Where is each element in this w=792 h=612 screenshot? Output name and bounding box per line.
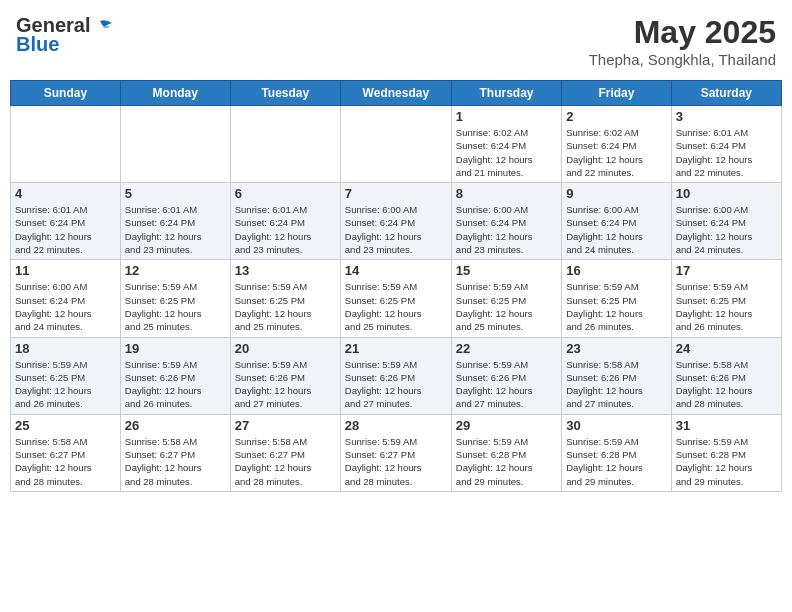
calendar-cell: 29Sunrise: 5:59 AM Sunset: 6:28 PM Dayli… (451, 414, 561, 491)
calendar-cell: 14Sunrise: 5:59 AM Sunset: 6:25 PM Dayli… (340, 260, 451, 337)
day-info: Sunrise: 6:01 AM Sunset: 6:24 PM Dayligh… (125, 203, 226, 256)
day-info: Sunrise: 6:00 AM Sunset: 6:24 PM Dayligh… (15, 280, 116, 333)
day-number: 2 (566, 109, 666, 124)
calendar-cell: 19Sunrise: 5:59 AM Sunset: 6:26 PM Dayli… (120, 337, 230, 414)
calendar-cell: 30Sunrise: 5:59 AM Sunset: 6:28 PM Dayli… (562, 414, 671, 491)
day-info: Sunrise: 6:00 AM Sunset: 6:24 PM Dayligh… (345, 203, 447, 256)
day-number: 14 (345, 263, 447, 278)
calendar-cell: 13Sunrise: 5:59 AM Sunset: 6:25 PM Dayli… (230, 260, 340, 337)
location-subtitle: Thepha, Songkhla, Thailand (589, 51, 776, 68)
day-info: Sunrise: 5:59 AM Sunset: 6:25 PM Dayligh… (125, 280, 226, 333)
calendar-cell: 21Sunrise: 5:59 AM Sunset: 6:26 PM Dayli… (340, 337, 451, 414)
day-info: Sunrise: 5:58 AM Sunset: 6:26 PM Dayligh… (676, 358, 777, 411)
day-number: 26 (125, 418, 226, 433)
day-info: Sunrise: 5:59 AM Sunset: 6:25 PM Dayligh… (566, 280, 666, 333)
day-number: 27 (235, 418, 336, 433)
calendar-cell: 1Sunrise: 6:02 AM Sunset: 6:24 PM Daylig… (451, 106, 561, 183)
logo-text-blue: Blue (16, 33, 59, 56)
day-number: 15 (456, 263, 557, 278)
calendar-cell: 31Sunrise: 5:59 AM Sunset: 6:28 PM Dayli… (671, 414, 781, 491)
day-number: 31 (676, 418, 777, 433)
logo: General Blue (16, 14, 114, 56)
day-number: 7 (345, 186, 447, 201)
day-number: 20 (235, 341, 336, 356)
calendar-week-3: 11Sunrise: 6:00 AM Sunset: 6:24 PM Dayli… (11, 260, 782, 337)
day-info: Sunrise: 5:58 AM Sunset: 6:27 PM Dayligh… (15, 435, 116, 488)
calendar-cell (230, 106, 340, 183)
day-number: 12 (125, 263, 226, 278)
day-info: Sunrise: 6:02 AM Sunset: 6:24 PM Dayligh… (566, 126, 666, 179)
day-number: 13 (235, 263, 336, 278)
day-number: 19 (125, 341, 226, 356)
day-number: 24 (676, 341, 777, 356)
calendar-table: SundayMondayTuesdayWednesdayThursdayFrid… (10, 80, 782, 492)
day-info: Sunrise: 6:00 AM Sunset: 6:24 PM Dayligh… (456, 203, 557, 256)
day-number: 4 (15, 186, 116, 201)
day-number: 6 (235, 186, 336, 201)
day-number: 10 (676, 186, 777, 201)
calendar-cell (11, 106, 121, 183)
col-header-friday: Friday (562, 81, 671, 106)
day-number: 16 (566, 263, 666, 278)
day-number: 8 (456, 186, 557, 201)
day-info: Sunrise: 5:58 AM Sunset: 6:27 PM Dayligh… (125, 435, 226, 488)
col-header-saturday: Saturday (671, 81, 781, 106)
calendar-cell: 2Sunrise: 6:02 AM Sunset: 6:24 PM Daylig… (562, 106, 671, 183)
calendar-cell: 12Sunrise: 5:59 AM Sunset: 6:25 PM Dayli… (120, 260, 230, 337)
day-number: 17 (676, 263, 777, 278)
col-header-tuesday: Tuesday (230, 81, 340, 106)
calendar-week-2: 4Sunrise: 6:01 AM Sunset: 6:24 PM Daylig… (11, 183, 782, 260)
day-info: Sunrise: 5:59 AM Sunset: 6:28 PM Dayligh… (566, 435, 666, 488)
calendar-header-row: SundayMondayTuesdayWednesdayThursdayFrid… (11, 81, 782, 106)
day-number: 18 (15, 341, 116, 356)
calendar-cell: 9Sunrise: 6:00 AM Sunset: 6:24 PM Daylig… (562, 183, 671, 260)
calendar-week-1: 1Sunrise: 6:02 AM Sunset: 6:24 PM Daylig… (11, 106, 782, 183)
calendar-week-4: 18Sunrise: 5:59 AM Sunset: 6:25 PM Dayli… (11, 337, 782, 414)
day-info: Sunrise: 5:59 AM Sunset: 6:25 PM Dayligh… (235, 280, 336, 333)
calendar-cell: 24Sunrise: 5:58 AM Sunset: 6:26 PM Dayli… (671, 337, 781, 414)
day-info: Sunrise: 6:00 AM Sunset: 6:24 PM Dayligh… (676, 203, 777, 256)
calendar-week-5: 25Sunrise: 5:58 AM Sunset: 6:27 PM Dayli… (11, 414, 782, 491)
day-info: Sunrise: 5:59 AM Sunset: 6:26 PM Dayligh… (456, 358, 557, 411)
logo-bird-icon (92, 19, 114, 33)
day-info: Sunrise: 5:59 AM Sunset: 6:26 PM Dayligh… (235, 358, 336, 411)
calendar-cell (340, 106, 451, 183)
calendar-cell: 16Sunrise: 5:59 AM Sunset: 6:25 PM Dayli… (562, 260, 671, 337)
day-number: 22 (456, 341, 557, 356)
day-number: 29 (456, 418, 557, 433)
calendar-cell: 8Sunrise: 6:00 AM Sunset: 6:24 PM Daylig… (451, 183, 561, 260)
calendar-cell: 25Sunrise: 5:58 AM Sunset: 6:27 PM Dayli… (11, 414, 121, 491)
title-section: May 2025 Thepha, Songkhla, Thailand (589, 14, 776, 68)
day-info: Sunrise: 5:59 AM Sunset: 6:27 PM Dayligh… (345, 435, 447, 488)
day-number: 30 (566, 418, 666, 433)
calendar-cell: 28Sunrise: 5:59 AM Sunset: 6:27 PM Dayli… (340, 414, 451, 491)
day-number: 3 (676, 109, 777, 124)
col-header-sunday: Sunday (11, 81, 121, 106)
day-info: Sunrise: 5:59 AM Sunset: 6:28 PM Dayligh… (456, 435, 557, 488)
calendar-cell: 27Sunrise: 5:58 AM Sunset: 6:27 PM Dayli… (230, 414, 340, 491)
day-number: 25 (15, 418, 116, 433)
page-header: General Blue May 2025 Thepha, Songkhla, … (10, 10, 782, 72)
calendar-cell: 26Sunrise: 5:58 AM Sunset: 6:27 PM Dayli… (120, 414, 230, 491)
calendar-cell: 18Sunrise: 5:59 AM Sunset: 6:25 PM Dayli… (11, 337, 121, 414)
day-number: 1 (456, 109, 557, 124)
calendar-cell: 4Sunrise: 6:01 AM Sunset: 6:24 PM Daylig… (11, 183, 121, 260)
calendar-cell: 11Sunrise: 6:00 AM Sunset: 6:24 PM Dayli… (11, 260, 121, 337)
calendar-cell (120, 106, 230, 183)
day-info: Sunrise: 5:59 AM Sunset: 6:25 PM Dayligh… (345, 280, 447, 333)
day-number: 5 (125, 186, 226, 201)
day-info: Sunrise: 5:58 AM Sunset: 6:26 PM Dayligh… (566, 358, 666, 411)
calendar-cell: 10Sunrise: 6:00 AM Sunset: 6:24 PM Dayli… (671, 183, 781, 260)
day-number: 9 (566, 186, 666, 201)
day-info: Sunrise: 6:01 AM Sunset: 6:24 PM Dayligh… (235, 203, 336, 256)
calendar-cell: 20Sunrise: 5:59 AM Sunset: 6:26 PM Dayli… (230, 337, 340, 414)
col-header-wednesday: Wednesday (340, 81, 451, 106)
day-number: 28 (345, 418, 447, 433)
col-header-thursday: Thursday (451, 81, 561, 106)
calendar-cell: 6Sunrise: 6:01 AM Sunset: 6:24 PM Daylig… (230, 183, 340, 260)
day-info: Sunrise: 5:58 AM Sunset: 6:27 PM Dayligh… (235, 435, 336, 488)
day-info: Sunrise: 5:59 AM Sunset: 6:26 PM Dayligh… (125, 358, 226, 411)
day-info: Sunrise: 5:59 AM Sunset: 6:25 PM Dayligh… (15, 358, 116, 411)
month-title: May 2025 (589, 14, 776, 51)
day-number: 11 (15, 263, 116, 278)
